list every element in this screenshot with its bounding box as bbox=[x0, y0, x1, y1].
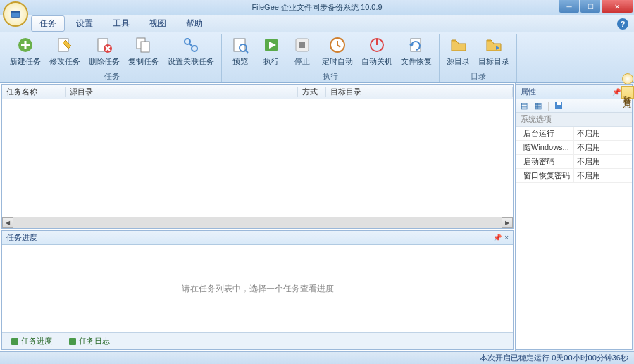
menu-tools[interactable]: 工具 bbox=[104, 15, 138, 32]
left-column: 任务名称 源目录 方式 目标目录 ◀ ▶ 任务进度 📌 × 请在任务列表中，选择… bbox=[0, 83, 516, 351]
props-value[interactable]: 不启用 bbox=[574, 155, 632, 168]
props-key: 后台运行 bbox=[516, 127, 574, 140]
shutdown-button[interactable]: 自动关机 bbox=[357, 34, 397, 70]
progress-tab-icon bbox=[11, 338, 18, 345]
props-value[interactable]: 不启用 bbox=[574, 141, 632, 154]
props-row[interactable]: 随Windows...不启用 bbox=[516, 141, 632, 155]
close-button[interactable]: ✕ bbox=[602, 0, 633, 13]
window-controls: ─ ☐ ✕ bbox=[559, 0, 634, 15]
props-value[interactable]: 不启用 bbox=[574, 127, 632, 140]
schedule-button[interactable]: 定时自动 bbox=[318, 34, 357, 70]
props-key: 启动密码 bbox=[516, 155, 574, 168]
preview-button[interactable]: 预览 bbox=[225, 34, 256, 70]
ribbon-group-dir: 源目录 目标目录 目录 bbox=[440, 34, 517, 82]
log-tab-icon bbox=[69, 338, 76, 345]
menu-task[interactable]: 任务 bbox=[31, 15, 65, 32]
progress-panel-title: 任务进度 📌 × bbox=[2, 231, 513, 245]
app-logo[interactable] bbox=[3, 1, 28, 27]
panel-close-icon[interactable]: × bbox=[504, 234, 509, 241]
svg-point-9 bbox=[192, 46, 197, 51]
ribbon-group-exec-label: 执行 bbox=[225, 70, 436, 82]
col-task-name[interactable]: 任务名称 bbox=[2, 87, 66, 97]
menu-view[interactable]: 视图 bbox=[141, 15, 175, 32]
main-area: 任务名称 源目录 方式 目标目录 ◀ ▶ 任务进度 📌 × 请在任务列表中，选择… bbox=[0, 83, 634, 351]
menubar: 任务 设置 工具 视图 帮助 ? bbox=[0, 15, 634, 32]
ribbon-group-dir-label: 目录 bbox=[442, 70, 514, 82]
progress-body: 请在任务列表中，选择一个任务查看进度 bbox=[2, 245, 513, 332]
ribbon-group-exec: 预览 执行 停止 定时自动 自动关机 文件恢复 执行 bbox=[222, 34, 440, 82]
props-rows: 后台运行不启用随Windows...不启用启动密码不启用窗口恢复密码不启用 bbox=[516, 127, 632, 183]
col-dst-dir[interactable]: 目标目录 bbox=[326, 87, 513, 97]
menu-help[interactable]: 帮助 bbox=[178, 15, 211, 32]
tab-task-log[interactable]: 任务日志 bbox=[63, 334, 116, 348]
svg-point-8 bbox=[185, 39, 190, 44]
svg-rect-19 bbox=[557, 102, 561, 105]
ribbon: 新建任务 修改任务 删除任务 复制任务 设置关联任务 任务 预览 执行 停止 定… bbox=[0, 32, 634, 83]
dst-dir-button[interactable]: 目标目录 bbox=[474, 34, 514, 70]
menu-settings[interactable]: 设置 bbox=[68, 15, 101, 32]
hscrollbar[interactable]: ◀ ▶ bbox=[2, 217, 513, 228]
titlebar: FileGee 企业文件同步备份系统 10.0.9 ─ ☐ ✕ bbox=[0, 0, 634, 15]
progress-empty-text: 请在任务列表中，选择一个任务查看进度 bbox=[182, 283, 334, 295]
svg-rect-7 bbox=[141, 42, 149, 52]
scroll-left-icon[interactable]: ◀ bbox=[2, 217, 13, 228]
pin-icon[interactable]: 📌 bbox=[612, 88, 621, 96]
side-tab-icon[interactable] bbox=[622, 73, 633, 84]
props-key: 窗口恢复密码 bbox=[516, 169, 574, 182]
ribbon-group-task: 新建任务 修改任务 删除任务 复制任务 设置关联任务 任务 bbox=[3, 34, 222, 82]
delete-task-button[interactable]: 删除任务 bbox=[85, 34, 124, 70]
progress-panel: 任务进度 📌 × 请在任务列表中，选择一个任务查看进度 任务进度 任务日志 bbox=[1, 230, 514, 350]
new-task-button[interactable]: 新建任务 bbox=[6, 34, 45, 70]
pin-icon[interactable]: 📌 bbox=[493, 234, 502, 241]
col-mode[interactable]: 方式 bbox=[298, 87, 326, 97]
categorize-icon[interactable]: ▤ bbox=[519, 101, 529, 111]
task-list-header: 任务名称 源目录 方式 目标目录 bbox=[2, 85, 513, 99]
right-column: 属性 📌 × ▤ ▦ | 系统选项 后台运行不启用随Windows...不启用启… bbox=[516, 83, 634, 351]
side-tab-software-info[interactable]: 软件信息 bbox=[621, 86, 634, 99]
status-text: 本次开启已稳定运行 0天00小时00分钟36秒 bbox=[480, 353, 634, 363]
props-group-header[interactable]: 系统选项 bbox=[516, 113, 632, 127]
props-row[interactable]: 启动密码不启用 bbox=[516, 155, 632, 169]
run-button[interactable]: 执行 bbox=[256, 34, 287, 70]
src-dir-button[interactable]: 源目录 bbox=[442, 34, 474, 70]
related-task-button[interactable]: 设置关联任务 bbox=[163, 34, 218, 70]
props-value[interactable]: 不启用 bbox=[574, 169, 632, 182]
props-row[interactable]: 后台运行不启用 bbox=[516, 127, 632, 141]
minimize-button[interactable]: ─ bbox=[559, 0, 579, 13]
props-key: 随Windows... bbox=[516, 141, 574, 154]
progress-panel-label: 任务进度 bbox=[6, 232, 37, 243]
task-list-panel: 任务名称 源目录 方式 目标目录 ◀ ▶ bbox=[1, 84, 514, 229]
stop-button[interactable]: 停止 bbox=[287, 34, 318, 70]
props-row[interactable]: 窗口恢复密码不启用 bbox=[516, 169, 632, 183]
svg-rect-1 bbox=[11, 11, 20, 13]
tab-task-progress[interactable]: 任务进度 bbox=[5, 334, 58, 348]
task-list-body[interactable] bbox=[2, 99, 513, 217]
window-title: FileGee 企业文件同步备份系统 10.0.9 bbox=[251, 2, 382, 13]
properties-panel: 属性 📌 × ▤ ▦ | 系统选项 后台运行不启用随Windows...不启用启… bbox=[516, 84, 633, 350]
ribbon-group-task-label: 任务 bbox=[6, 70, 218, 82]
restore-button[interactable]: 文件恢复 bbox=[397, 34, 436, 70]
help-icon[interactable]: ? bbox=[617, 18, 628, 30]
scroll-right-icon[interactable]: ▶ bbox=[502, 217, 513, 228]
save-icon[interactable] bbox=[554, 101, 564, 111]
scroll-track[interactable] bbox=[13, 217, 502, 228]
col-src-dir[interactable]: 源目录 bbox=[66, 87, 298, 97]
svg-rect-14 bbox=[299, 42, 305, 48]
edit-task-button[interactable]: 修改任务 bbox=[45, 34, 85, 70]
maximize-button[interactable]: ☐ bbox=[580, 0, 600, 13]
sort-icon[interactable]: ▦ bbox=[533, 101, 543, 111]
properties-title: 属性 📌 × bbox=[516, 85, 632, 99]
properties-toolbar: ▤ ▦ | bbox=[516, 99, 632, 113]
statusbar: 本次开启已稳定运行 0天00小时00分钟36秒 bbox=[0, 351, 634, 364]
bottom-tabs: 任务进度 任务日志 bbox=[2, 332, 513, 349]
copy-task-button[interactable]: 复制任务 bbox=[124, 34, 163, 70]
